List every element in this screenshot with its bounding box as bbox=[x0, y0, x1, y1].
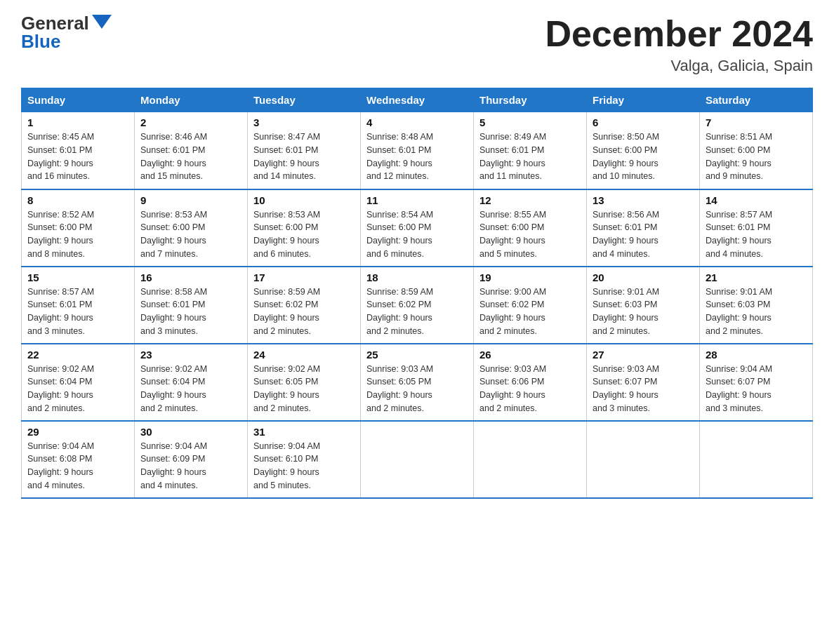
day-cell-10: 10Sunrise: 8:53 AMSunset: 6:00 PMDayligh… bbox=[248, 189, 361, 267]
title-block: December 2024 Valga, Galicia, Spain bbox=[545, 14, 813, 75]
day-number-6: 6 bbox=[593, 116, 694, 128]
day-cell-5: 5Sunrise: 8:49 AMSunset: 6:01 PMDaylight… bbox=[474, 112, 587, 189]
day-info-26: Sunrise: 9:03 AMSunset: 6:06 PMDaylight:… bbox=[479, 363, 581, 415]
day-number-28: 28 bbox=[706, 349, 807, 361]
day-info-21: Sunrise: 9:01 AMSunset: 6:03 PMDaylight:… bbox=[706, 286, 807, 338]
day-number-18: 18 bbox=[366, 271, 468, 283]
logo-triangle-icon bbox=[92, 15, 112, 29]
day-number-8: 8 bbox=[27, 194, 128, 206]
day-info-8: Sunrise: 8:52 AMSunset: 6:00 PMDaylight:… bbox=[27, 208, 128, 261]
day-cell-11: 11Sunrise: 8:54 AMSunset: 6:00 PMDayligh… bbox=[361, 189, 474, 267]
day-number-26: 26 bbox=[479, 349, 581, 361]
page-header: General Blue December 2024 Valga, Galici… bbox=[21, 14, 813, 75]
header-sunday: Sunday bbox=[22, 88, 135, 112]
day-cell-12: 12Sunrise: 8:55 AMSunset: 6:00 PMDayligh… bbox=[474, 189, 587, 267]
day-info-25: Sunrise: 9:03 AMSunset: 6:05 PMDaylight:… bbox=[366, 363, 468, 415]
day-number-4: 4 bbox=[366, 116, 468, 128]
day-cell-18: 18Sunrise: 8:59 AMSunset: 6:02 PMDayligh… bbox=[361, 267, 474, 344]
day-cell-4: 4Sunrise: 8:48 AMSunset: 6:01 PMDaylight… bbox=[361, 112, 474, 189]
day-number-22: 22 bbox=[27, 349, 128, 361]
empty-cell-4-3 bbox=[361, 421, 474, 498]
day-info-31: Sunrise: 9:04 AMSunset: 6:10 PMDaylight:… bbox=[253, 440, 355, 492]
day-number-5: 5 bbox=[479, 116, 581, 128]
day-info-20: Sunrise: 9:01 AMSunset: 6:03 PMDaylight:… bbox=[593, 286, 694, 338]
day-info-28: Sunrise: 9:04 AMSunset: 6:07 PMDaylight:… bbox=[706, 363, 807, 415]
day-cell-20: 20Sunrise: 9:01 AMSunset: 6:03 PMDayligh… bbox=[587, 267, 700, 344]
day-cell-16: 16Sunrise: 8:58 AMSunset: 6:01 PMDayligh… bbox=[135, 267, 248, 344]
day-info-2: Sunrise: 8:46 AMSunset: 6:01 PMDaylight:… bbox=[140, 130, 241, 183]
day-info-9: Sunrise: 8:53 AMSunset: 6:00 PMDaylight:… bbox=[140, 208, 241, 261]
day-cell-31: 31Sunrise: 9:04 AMSunset: 6:10 PMDayligh… bbox=[248, 421, 361, 498]
day-number-24: 24 bbox=[253, 349, 355, 361]
weekday-header-row: SundayMondayTuesdayWednesdayThursdayFrid… bbox=[22, 88, 813, 112]
day-info-4: Sunrise: 8:48 AMSunset: 6:01 PMDaylight:… bbox=[366, 130, 468, 183]
day-info-5: Sunrise: 8:49 AMSunset: 6:01 PMDaylight:… bbox=[479, 130, 581, 183]
day-cell-2: 2Sunrise: 8:46 AMSunset: 6:01 PMDaylight… bbox=[135, 112, 248, 189]
day-cell-14: 14Sunrise: 8:57 AMSunset: 6:01 PMDayligh… bbox=[700, 189, 813, 267]
logo: General Blue bbox=[21, 14, 112, 51]
header-tuesday: Tuesday bbox=[248, 88, 361, 112]
day-number-10: 10 bbox=[253, 194, 355, 206]
day-info-27: Sunrise: 9:03 AMSunset: 6:07 PMDaylight:… bbox=[593, 363, 694, 415]
week-row-1: 1Sunrise: 8:45 AMSunset: 6:01 PMDaylight… bbox=[22, 112, 813, 189]
day-cell-21: 21Sunrise: 9:01 AMSunset: 6:03 PMDayligh… bbox=[700, 267, 813, 344]
day-info-6: Sunrise: 8:50 AMSunset: 6:00 PMDaylight:… bbox=[593, 130, 694, 183]
calendar-table: SundayMondayTuesdayWednesdayThursdayFrid… bbox=[21, 88, 813, 499]
day-info-12: Sunrise: 8:55 AMSunset: 6:00 PMDaylight:… bbox=[479, 208, 581, 261]
header-saturday: Saturday bbox=[700, 88, 813, 112]
week-row-2: 8Sunrise: 8:52 AMSunset: 6:00 PMDaylight… bbox=[22, 189, 813, 267]
week-row-5: 29Sunrise: 9:04 AMSunset: 6:08 PMDayligh… bbox=[22, 421, 813, 498]
day-info-30: Sunrise: 9:04 AMSunset: 6:09 PMDaylight:… bbox=[140, 440, 241, 492]
logo-general: General bbox=[21, 14, 89, 32]
week-row-4: 22Sunrise: 9:02 AMSunset: 6:04 PMDayligh… bbox=[22, 344, 813, 421]
day-number-29: 29 bbox=[27, 426, 128, 438]
day-cell-7: 7Sunrise: 8:51 AMSunset: 6:00 PMDaylight… bbox=[700, 112, 813, 189]
day-number-12: 12 bbox=[479, 194, 581, 206]
day-cell-30: 30Sunrise: 9:04 AMSunset: 6:09 PMDayligh… bbox=[135, 421, 248, 498]
day-number-25: 25 bbox=[366, 349, 468, 361]
week-row-3: 15Sunrise: 8:57 AMSunset: 6:01 PMDayligh… bbox=[22, 267, 813, 344]
day-number-3: 3 bbox=[253, 116, 355, 128]
day-number-9: 9 bbox=[140, 194, 241, 206]
day-cell-25: 25Sunrise: 9:03 AMSunset: 6:05 PMDayligh… bbox=[361, 344, 474, 421]
day-info-14: Sunrise: 8:57 AMSunset: 6:01 PMDaylight:… bbox=[706, 208, 807, 261]
day-number-15: 15 bbox=[27, 271, 128, 283]
day-number-20: 20 bbox=[593, 271, 694, 283]
day-cell-22: 22Sunrise: 9:02 AMSunset: 6:04 PMDayligh… bbox=[22, 344, 135, 421]
day-number-21: 21 bbox=[706, 271, 807, 283]
header-thursday: Thursday bbox=[474, 88, 587, 112]
day-cell-26: 26Sunrise: 9:03 AMSunset: 6:06 PMDayligh… bbox=[474, 344, 587, 421]
day-number-14: 14 bbox=[706, 194, 807, 206]
day-cell-19: 19Sunrise: 9:00 AMSunset: 6:02 PMDayligh… bbox=[474, 267, 587, 344]
day-info-13: Sunrise: 8:56 AMSunset: 6:01 PMDaylight:… bbox=[593, 208, 694, 261]
day-cell-27: 27Sunrise: 9:03 AMSunset: 6:07 PMDayligh… bbox=[587, 344, 700, 421]
day-number-7: 7 bbox=[706, 116, 807, 128]
day-cell-8: 8Sunrise: 8:52 AMSunset: 6:00 PMDaylight… bbox=[22, 189, 135, 267]
day-info-7: Sunrise: 8:51 AMSunset: 6:00 PMDaylight:… bbox=[706, 130, 807, 183]
location: Valga, Galicia, Spain bbox=[545, 57, 813, 75]
day-info-17: Sunrise: 8:59 AMSunset: 6:02 PMDaylight:… bbox=[253, 286, 355, 338]
day-info-18: Sunrise: 8:59 AMSunset: 6:02 PMDaylight:… bbox=[366, 286, 468, 338]
day-cell-29: 29Sunrise: 9:04 AMSunset: 6:08 PMDayligh… bbox=[22, 421, 135, 498]
empty-cell-4-6 bbox=[700, 421, 813, 498]
day-info-16: Sunrise: 8:58 AMSunset: 6:01 PMDaylight:… bbox=[140, 286, 241, 338]
day-cell-13: 13Sunrise: 8:56 AMSunset: 6:01 PMDayligh… bbox=[587, 189, 700, 267]
day-info-3: Sunrise: 8:47 AMSunset: 6:01 PMDaylight:… bbox=[253, 130, 355, 183]
month-title: December 2024 bbox=[545, 14, 813, 54]
day-cell-3: 3Sunrise: 8:47 AMSunset: 6:01 PMDaylight… bbox=[248, 112, 361, 189]
logo-blue: Blue bbox=[21, 32, 60, 51]
day-info-22: Sunrise: 9:02 AMSunset: 6:04 PMDaylight:… bbox=[27, 363, 128, 415]
day-info-1: Sunrise: 8:45 AMSunset: 6:01 PMDaylight:… bbox=[27, 130, 128, 183]
day-number-17: 17 bbox=[253, 271, 355, 283]
header-friday: Friday bbox=[587, 88, 700, 112]
day-cell-24: 24Sunrise: 9:02 AMSunset: 6:05 PMDayligh… bbox=[248, 344, 361, 421]
day-info-24: Sunrise: 9:02 AMSunset: 6:05 PMDaylight:… bbox=[253, 363, 355, 415]
day-info-15: Sunrise: 8:57 AMSunset: 6:01 PMDaylight:… bbox=[27, 286, 128, 338]
day-info-11: Sunrise: 8:54 AMSunset: 6:00 PMDaylight:… bbox=[366, 208, 468, 261]
day-cell-9: 9Sunrise: 8:53 AMSunset: 6:00 PMDaylight… bbox=[135, 189, 248, 267]
day-number-1: 1 bbox=[27, 116, 128, 128]
day-info-29: Sunrise: 9:04 AMSunset: 6:08 PMDaylight:… bbox=[27, 440, 128, 492]
day-number-16: 16 bbox=[140, 271, 241, 283]
day-number-2: 2 bbox=[140, 116, 241, 128]
day-number-31: 31 bbox=[253, 426, 355, 438]
